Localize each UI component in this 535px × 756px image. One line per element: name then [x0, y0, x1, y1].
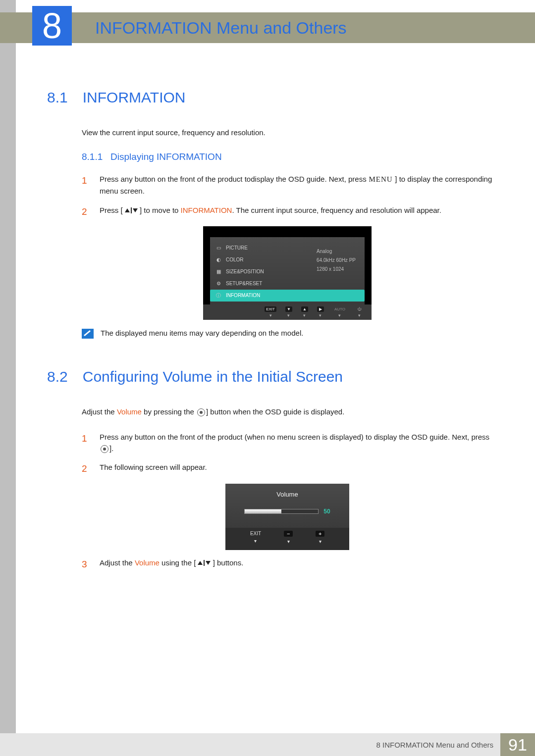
step-2: 2 Press [ ] to move to INFORMATION. The … — [82, 204, 493, 219]
plus-icon: + — [316, 531, 324, 537]
step-text: Press [ ] to move to INFORMATION. The cu… — [100, 204, 493, 219]
chapter-header-bar: INFORMATION Menu and Others — [16, 12, 535, 43]
step-number: 1 — [82, 431, 90, 454]
down-caret-icon: ▾ — [287, 539, 290, 544]
volume-nav-bar: EXIT▾ −▾ +▾ — [225, 528, 349, 550]
section-number: 8.2 — [47, 368, 68, 385]
subsection-title: Displaying INFORMATION — [110, 151, 222, 162]
step-number: 2 — [82, 461, 90, 476]
step-3: 3 Adjust the Volume using the [ ] button… — [82, 557, 493, 571]
volume-keyword: Volume — [117, 407, 142, 416]
footer-page-number: 91 — [500, 733, 535, 756]
down-caret-icon: ▾ — [319, 313, 321, 318]
step-text: Press any button on the front of the pro… — [100, 173, 493, 197]
chapter-number-box: 8 — [32, 6, 72, 46]
up-down-arrow-icon — [198, 557, 211, 569]
menu-label: MENU — [367, 175, 395, 183]
step-text: The following screen will appear. — [100, 461, 493, 476]
note-text: The displayed menu items may vary depend… — [101, 329, 303, 337]
down-caret-icon: ▾ — [319, 539, 321, 544]
osd-menu-item: SIZE&POSITION — [226, 269, 264, 274]
osd-menu-item: INFORMATION — [226, 293, 260, 298]
size-position-icon: ▦ — [215, 268, 222, 275]
down-caret-icon: ▾ — [287, 313, 290, 318]
osd-nav-bar: EXIT▾ ▼▾ ▲▾ ▶▾ AUTO▾ ⏻▾ — [203, 304, 372, 320]
section-heading-8-1: 8.1 INFORMATION — [47, 89, 493, 106]
note-icon — [82, 329, 94, 339]
down-caret-icon: ▾ — [358, 313, 361, 318]
left-margin-stripe — [0, 0, 16, 756]
down-caret-icon: ▾ — [303, 313, 306, 318]
record-button-icon — [101, 445, 108, 453]
page-footer: 8 INFORMATION Menu and Others 91 — [0, 733, 535, 756]
step-number: 3 — [82, 557, 90, 571]
section-title: INFORMATION — [83, 89, 186, 106]
svg-marker-2 — [133, 208, 138, 212]
step-number: 2 — [82, 204, 90, 219]
setup-reset-icon: ⚙ — [215, 280, 222, 287]
picture-icon: ▭ — [215, 245, 222, 252]
step-1: 1 Press any button on the front of the p… — [82, 431, 493, 454]
svg-rect-1 — [131, 207, 132, 213]
subsection-number: 8.1.1 — [82, 151, 103, 162]
osd-information-screenshot: ▭PICTURE ◐COLOR ▦SIZE&POSITION ⚙SETUP&RE… — [203, 226, 372, 320]
step-text: Adjust the Volume using the [ ] buttons. — [100, 557, 493, 571]
step-number: 1 — [82, 173, 90, 197]
chapter-title: INFORMATION Menu and Others — [95, 18, 347, 38]
section-heading-8-2: 8.2 Configuring Volume in the Initial Sc… — [47, 368, 493, 385]
section-number: 8.1 — [47, 89, 68, 106]
svg-rect-4 — [204, 560, 205, 566]
footer-chapter-ref: 8 INFORMATION Menu and Others — [370, 733, 500, 756]
svg-marker-0 — [125, 208, 130, 212]
step-2: 2 The following screen will appear. — [82, 461, 493, 476]
information-keyword: INFORMATION — [178, 206, 232, 214]
section-intro: View the current input source, frequency… — [82, 128, 493, 137]
osd-menu-item: COLOR — [226, 257, 244, 262]
down-caret-icon: ▾ — [269, 313, 272, 318]
volume-bar — [244, 509, 319, 514]
volume-title: Volume — [225, 491, 349, 498]
volume-keyword: Volume — [133, 558, 161, 567]
step-text: Press any button on the front of the pro… — [100, 431, 493, 454]
svg-marker-3 — [198, 561, 203, 565]
color-icon: ◐ — [215, 256, 222, 263]
section-intro: Adjust the Volume by pressing the ] butt… — [82, 407, 493, 416]
section-title: Configuring Volume in the Initial Screen — [83, 368, 343, 385]
subsection-heading: 8.1.1 Displaying INFORMATION — [82, 151, 493, 162]
information-icon: ⓘ — [215, 292, 222, 299]
note: The displayed menu items may vary depend… — [82, 329, 493, 339]
volume-value: 50 — [323, 508, 330, 515]
osd-menu-item: SETUP&RESET — [226, 281, 262, 286]
osd-info-values: Analog 64.0kHz 60Hz PP 1280 x 1024 — [317, 247, 356, 274]
record-button-icon — [197, 408, 205, 416]
step-1: 1 Press any button on the front of the p… — [82, 173, 493, 197]
osd-menu-item: PICTURE — [226, 245, 248, 251]
minus-icon: − — [284, 531, 293, 537]
up-down-arrow-icon — [125, 205, 138, 216]
osd-volume-screenshot: Volume 50 EXIT▾ −▾ +▾ — [225, 484, 349, 550]
down-caret-icon: ▾ — [254, 538, 257, 544]
svg-marker-5 — [206, 561, 211, 565]
down-caret-icon: ▾ — [338, 313, 341, 318]
